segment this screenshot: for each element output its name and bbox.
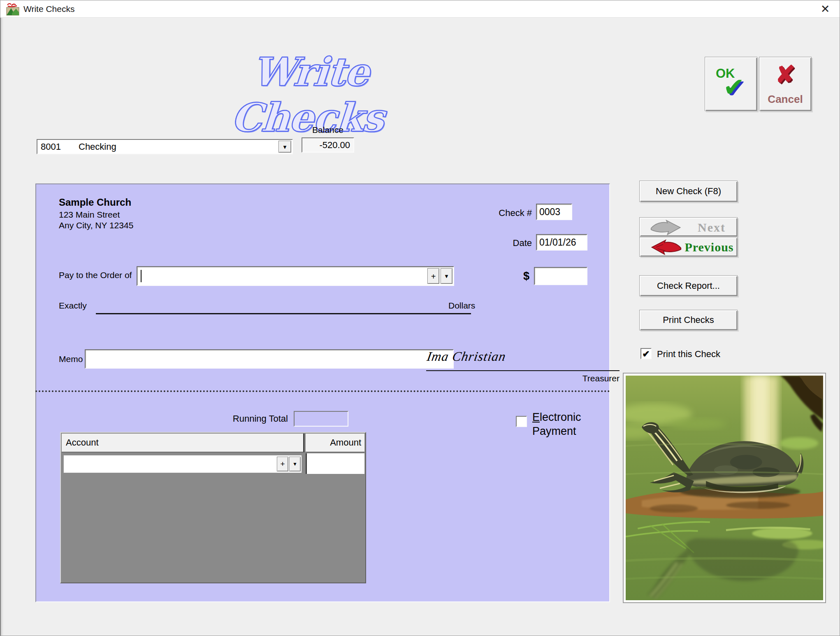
account-dropdown[interactable]: 8001 Checking ▼ — [37, 139, 293, 154]
check-number-value[interactable] — [537, 204, 571, 219]
next-button[interactable]: Next — [639, 217, 738, 237]
check-stub-separator — [35, 390, 610, 392]
split-account-dropdown[interactable]: + ▼ — [63, 455, 302, 473]
payee-dropdown-arrow-icon[interactable]: ▼ — [441, 268, 452, 284]
write-checks-window: Write Checks ✕ Write Checks OK ✔ ✘ Cance… — [0, 0, 840, 636]
check-number-label: Check # — [448, 208, 532, 218]
split-amount-cell[interactable] — [306, 453, 364, 474]
check-report-label: Check Report... — [640, 281, 737, 291]
column-header-account: Account — [62, 434, 304, 453]
amount-input[interactable] — [534, 267, 587, 285]
balance-value: -520.00 — [319, 140, 350, 151]
cancel-button-label: Cancel — [759, 93, 811, 106]
account-number: 8001 — [41, 142, 61, 152]
print-this-check-label: Print this Check — [657, 349, 720, 360]
previous-label: Previous — [682, 240, 736, 254]
new-check-button[interactable]: New Check (F8) — [639, 181, 738, 202]
next-arrow-icon — [646, 220, 686, 235]
date-label: Date — [448, 238, 532, 248]
cancel-button[interactable]: ✘ Cancel — [759, 57, 812, 111]
exactly-label: Exactly — [59, 301, 87, 311]
account-name: Checking — [79, 142, 116, 152]
app-icon — [6, 2, 19, 16]
previous-button[interactable]: Previous — [639, 237, 738, 257]
date-input[interactable] — [536, 234, 587, 251]
date-value[interactable] — [537, 235, 587, 250]
check-number-input[interactable] — [536, 204, 572, 220]
print-checks-label: Print Checks — [640, 315, 737, 325]
amount-words-line — [96, 313, 471, 314]
print-checks-button[interactable]: Print Checks — [639, 310, 738, 330]
dollars-label: Dollars — [448, 301, 475, 311]
ok-checkmark-icon: ✔ — [723, 72, 745, 102]
electronic-payment-label-line2: Payment — [532, 425, 576, 438]
balance-field: -520.00 — [302, 137, 354, 153]
turtle-photo-graphic — [626, 376, 823, 600]
text-cursor — [141, 270, 142, 282]
electronic-payment-checkbox[interactable] — [516, 416, 527, 427]
print-this-check-checkbox[interactable]: ✔ — [640, 348, 652, 359]
org-address-line1: 123 Main Street — [59, 210, 120, 220]
split-account-add-button[interactable]: + — [277, 457, 288, 471]
org-address-line2: Any City, NY 12345 — [59, 221, 133, 230]
close-icon[interactable]: ✕ — [816, 1, 835, 17]
running-total-label: Running Total — [180, 413, 288, 424]
title-bar: Write Checks ✕ — [0, 0, 840, 18]
next-label: Next — [689, 221, 734, 234]
ok-button[interactable]: OK ✔ — [705, 57, 757, 111]
dollar-sign-label: $ — [523, 270, 529, 283]
window-title: Write Checks — [23, 4, 74, 14]
memo-input[interactable] — [85, 349, 454, 369]
payee-add-button[interactable]: + — [427, 268, 439, 284]
signature-line — [426, 370, 620, 371]
turtle-photo — [623, 373, 826, 603]
split-table: Account Amount + ▼ — [60, 432, 366, 583]
account-dropdown-arrow-icon[interactable]: ▼ — [278, 141, 291, 153]
signer-title: Treasurer — [426, 374, 620, 383]
amount-value[interactable] — [535, 268, 587, 284]
org-name: Sample Church — [59, 197, 131, 208]
payee-input[interactable]: + ▼ — [137, 266, 454, 286]
new-check-label: New Check (F8) — [640, 186, 737, 197]
payee-label: Pay to the Order of — [59, 270, 132, 280]
signature: Ima Christian — [426, 349, 593, 364]
split-account-dropdown-arrow-icon[interactable]: ▼ — [289, 457, 301, 471]
running-total-field — [294, 411, 348, 427]
check-panel: Sample Church 123 Main Street Any City, … — [35, 183, 610, 602]
cancel-x-icon: ✘ — [759, 60, 811, 88]
memo-value[interactable] — [86, 350, 453, 368]
check-report-button[interactable]: Check Report... — [639, 275, 738, 296]
column-header-amount: Amount — [306, 434, 364, 453]
memo-label: Memo — [59, 354, 83, 364]
balance-label: Balance — [302, 125, 354, 135]
window-left-edge — [0, 18, 3, 636]
electronic-payment-label-line1: Electronic — [532, 411, 581, 424]
previous-arrow-icon — [646, 239, 686, 255]
